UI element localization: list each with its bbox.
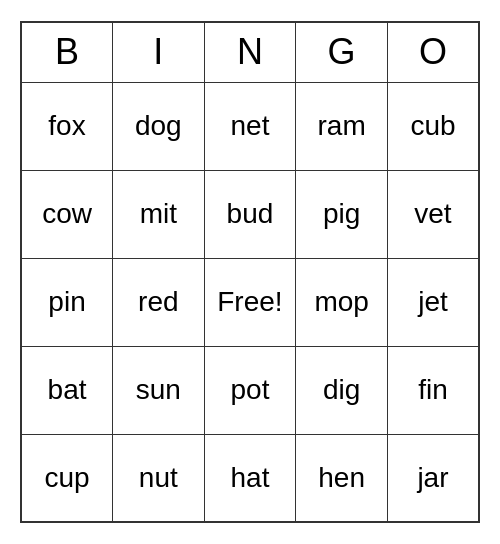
cell-r3c4: fin	[387, 346, 479, 434]
cell-r4c3: hen	[296, 434, 388, 522]
cell-r0c3: ram	[296, 82, 388, 170]
bingo-card: B I N G O foxdognetramcubcowmitbudpigvet…	[20, 21, 480, 523]
cell-r2c4: jet	[387, 258, 479, 346]
table-row: batsunpotdigfin	[21, 346, 479, 434]
cell-r2c2: Free!	[204, 258, 296, 346]
cell-r0c1: dog	[113, 82, 205, 170]
cell-r1c3: pig	[296, 170, 388, 258]
cell-r0c4: cub	[387, 82, 479, 170]
cell-r3c1: sun	[113, 346, 205, 434]
cell-r2c1: red	[113, 258, 205, 346]
cell-r3c3: dig	[296, 346, 388, 434]
cell-r1c2: bud	[204, 170, 296, 258]
table-row: cowmitbudpigvet	[21, 170, 479, 258]
cell-r3c2: pot	[204, 346, 296, 434]
table-row: cupnuthathenjar	[21, 434, 479, 522]
col-n: N	[204, 22, 296, 82]
cell-r3c0: bat	[21, 346, 113, 434]
cell-r2c0: pin	[21, 258, 113, 346]
col-b: B	[21, 22, 113, 82]
table-row: foxdognetramcub	[21, 82, 479, 170]
cell-r0c2: net	[204, 82, 296, 170]
cell-r1c0: cow	[21, 170, 113, 258]
cell-r0c0: fox	[21, 82, 113, 170]
bingo-body: foxdognetramcubcowmitbudpigvetpinredFree…	[21, 82, 479, 522]
col-i: I	[113, 22, 205, 82]
cell-r4c4: jar	[387, 434, 479, 522]
cell-r1c1: mit	[113, 170, 205, 258]
cell-r4c2: hat	[204, 434, 296, 522]
cell-r1c4: vet	[387, 170, 479, 258]
bingo-header: B I N G O	[21, 22, 479, 82]
cell-r2c3: mop	[296, 258, 388, 346]
table-row: pinredFree!mopjet	[21, 258, 479, 346]
col-o: O	[387, 22, 479, 82]
header-row: B I N G O	[21, 22, 479, 82]
cell-r4c1: nut	[113, 434, 205, 522]
cell-r4c0: cup	[21, 434, 113, 522]
col-g: G	[296, 22, 388, 82]
